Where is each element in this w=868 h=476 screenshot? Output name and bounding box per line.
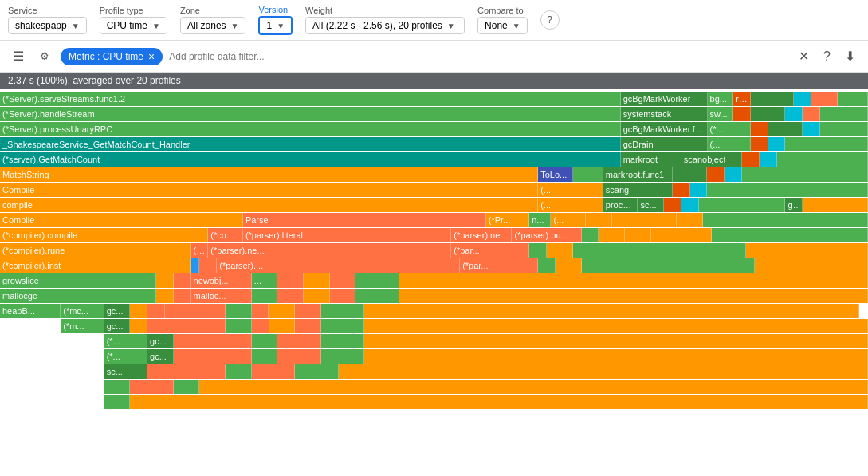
weight-select[interactable]: All (2.22 s - 2.56 s), 20 profiles ▼ [305, 17, 465, 34]
flame-block[interactable]: (*... [104, 334, 147, 348]
flame-block[interactable] [226, 364, 252, 379]
flame-block[interactable] [321, 334, 364, 348]
flame-block[interactable]: g... [785, 198, 803, 212]
flame-block[interactable] [794, 92, 811, 106]
flame-block[interactable] [599, 228, 625, 242]
flame-block[interactable] [226, 304, 252, 318]
flame-block[interactable] [147, 364, 226, 379]
flame-block[interactable] [785, 107, 803, 121]
flame-block[interactable]: (*server).GetMatchCount [0, 152, 621, 167]
flame-block[interactable]: n... [529, 213, 551, 227]
flame-block[interactable]: gc... [147, 349, 174, 364]
flame-block[interactable]: gc... [104, 319, 131, 333]
flame-block[interactable]: markroot [621, 152, 681, 167]
flame-block[interactable]: re... [733, 92, 751, 106]
flame-block[interactable] [707, 167, 725, 182]
compare-select[interactable]: None ▼ [477, 17, 528, 34]
flame-block[interactable] [755, 258, 868, 273]
flame-block[interactable] [586, 213, 612, 227]
flame-block[interactable]: sc... [638, 198, 664, 212]
flame-block[interactable] [751, 92, 794, 106]
flame-block[interactable]: (*compiler).inst [0, 258, 191, 273]
flame-block[interactable] [199, 380, 868, 394]
flame-block[interactable] [399, 273, 868, 288]
flame-block[interactable] [277, 349, 320, 364]
filter-download-button[interactable]: ⬇ [840, 47, 860, 65]
flame-block[interactable] [199, 258, 217, 273]
flame-block[interactable]: gcBgMarkWorker.func2 [621, 122, 708, 136]
flame-block[interactable] [130, 319, 147, 333]
flame-block[interactable] [538, 258, 556, 273]
flame-block[interactable] [768, 137, 786, 151]
flame-block[interactable] [252, 349, 278, 364]
flame-block[interactable]: (*m... [61, 319, 104, 333]
flame-block[interactable] [651, 228, 712, 242]
flame-block[interactable]: (*Server).processUnaryRPC [0, 122, 621, 136]
flame-block[interactable]: (... [551, 213, 586, 227]
flame-block[interactable] [582, 228, 599, 242]
flame-block[interactable]: (... [538, 183, 603, 197]
flame-block[interactable] [252, 334, 278, 348]
flame-block[interactable] [364, 319, 868, 333]
flame-block[interactable] [703, 213, 868, 227]
flame-block[interactable] [156, 273, 174, 288]
flame-block[interactable] [803, 122, 820, 136]
flame-block[interactable] [156, 289, 174, 303]
flame-block[interactable]: newobj... [191, 273, 252, 288]
zone-select[interactable]: All zones ▼ [180, 17, 246, 34]
flame-block[interactable]: (*par... [451, 243, 529, 258]
flame-block[interactable] [130, 395, 868, 409]
flame-block[interactable]: malloc... [191, 289, 252, 303]
flame-block[interactable] [295, 304, 321, 318]
metric-chip-close-icon[interactable]: × [148, 50, 155, 63]
flame-block[interactable] [364, 304, 859, 318]
flame-block[interactable] [677, 213, 703, 227]
flame-block[interactable] [733, 107, 751, 121]
flame-block[interactable] [742, 167, 868, 182]
flame-block[interactable] [165, 304, 226, 318]
flame-block[interactable]: gc... [104, 304, 131, 318]
flame-block[interactable]: (*parser).ne... [208, 243, 451, 258]
flame-block[interactable] [573, 167, 603, 182]
flame-block[interactable]: (*Server).serveStreams.func1.2 [0, 92, 621, 106]
flame-block[interactable] [355, 273, 399, 288]
flame-block[interactable] [760, 152, 777, 167]
flame-block[interactable]: compile [0, 198, 538, 212]
flame-block[interactable] [364, 349, 868, 364]
flame-block[interactable] [803, 107, 820, 121]
flame-block[interactable] [174, 289, 191, 303]
flame-block[interactable]: (*Pr... [486, 213, 529, 227]
profile-type-select[interactable]: CPU time ▼ [100, 17, 167, 34]
flame-block[interactable]: sc... [104, 364, 147, 379]
filter-list-icon-button[interactable]: ☰ [8, 45, 29, 67]
flame-block[interactable] [321, 349, 364, 364]
flame-block[interactable] [673, 167, 708, 182]
flame-block[interactable]: (*compiler).rune [0, 243, 191, 258]
flame-block[interactable] [556, 258, 582, 273]
metric-chip[interactable]: Metric : CPU time × [61, 48, 163, 65]
flame-block[interactable]: bg... [708, 92, 734, 106]
version-select[interactable]: 1 ▼ [258, 16, 293, 35]
flame-block[interactable] [547, 243, 573, 258]
flame-block[interactable] [174, 349, 252, 364]
flame-block[interactable] [612, 213, 678, 227]
flame-block[interactable]: scang [603, 183, 673, 197]
flame-block[interactable] [252, 364, 295, 379]
flame-block[interactable] [355, 289, 399, 303]
flame-block[interactable] [725, 167, 742, 182]
flame-block[interactable] [321, 319, 364, 333]
flame-block[interactable] [191, 258, 200, 273]
flame-block[interactable] [130, 304, 147, 318]
flame-block[interactable] [582, 258, 756, 273]
flame-block[interactable]: _ShakespeareService_GetMatchCount_Handle… [0, 137, 621, 151]
filter-options-icon-button[interactable]: ⚙ [35, 47, 54, 65]
flame-block[interactable] [625, 228, 651, 242]
flame-block[interactable]: gc... [147, 334, 174, 348]
flame-block[interactable] [304, 273, 330, 288]
flame-block[interactable]: Parse [243, 213, 486, 227]
flame-block[interactable]: (*Server).handleStream [0, 107, 621, 121]
flame-block[interactable] [174, 334, 252, 348]
flame-block[interactable]: (*parser).... [217, 258, 460, 273]
flame-block[interactable] [339, 364, 868, 379]
flame-block[interactable] [768, 122, 803, 136]
